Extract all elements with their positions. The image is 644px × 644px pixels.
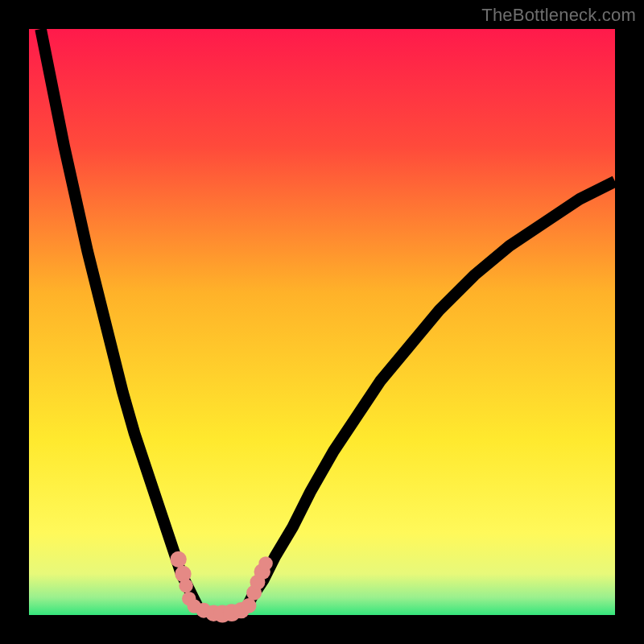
watermark-text: TheBottleneck.com (481, 5, 636, 26)
chart-frame: TheBottleneck.com (0, 0, 644, 644)
curve-right-branch (246, 181, 615, 609)
scatter-dots (170, 551, 272, 623)
curve-svg (29, 29, 615, 615)
scatter-dot (179, 579, 192, 592)
curve-left-branch (41, 29, 200, 609)
scatter-dot (258, 556, 272, 570)
scatter-dot (170, 551, 186, 568)
plot-area (29, 29, 615, 615)
